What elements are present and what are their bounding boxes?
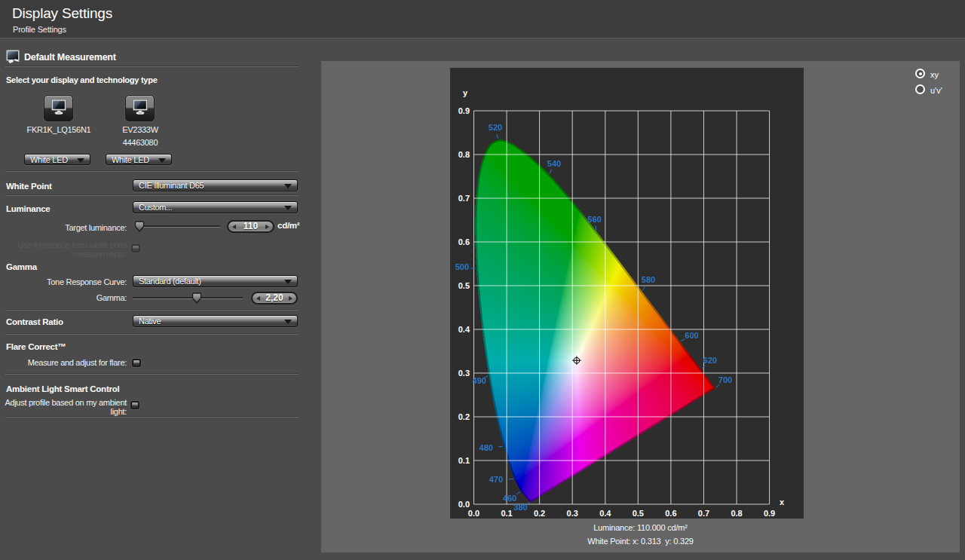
svg-text:700: 700 [718, 375, 732, 384]
svg-text:560: 560 [587, 215, 601, 224]
svg-text:520: 520 [489, 123, 502, 132]
svg-text:460: 460 [503, 494, 516, 503]
svg-text:580: 580 [642, 275, 655, 284]
svg-text:470: 470 [489, 475, 503, 484]
svg-text:480: 480 [479, 443, 493, 452]
svg-text:500: 500 [455, 262, 469, 271]
svg-text:620: 620 [703, 356, 717, 365]
svg-text:600: 600 [685, 331, 698, 340]
svg-text:490: 490 [473, 376, 486, 385]
svg-text:380: 380 [513, 503, 527, 512]
svg-text:540: 540 [547, 159, 561, 168]
